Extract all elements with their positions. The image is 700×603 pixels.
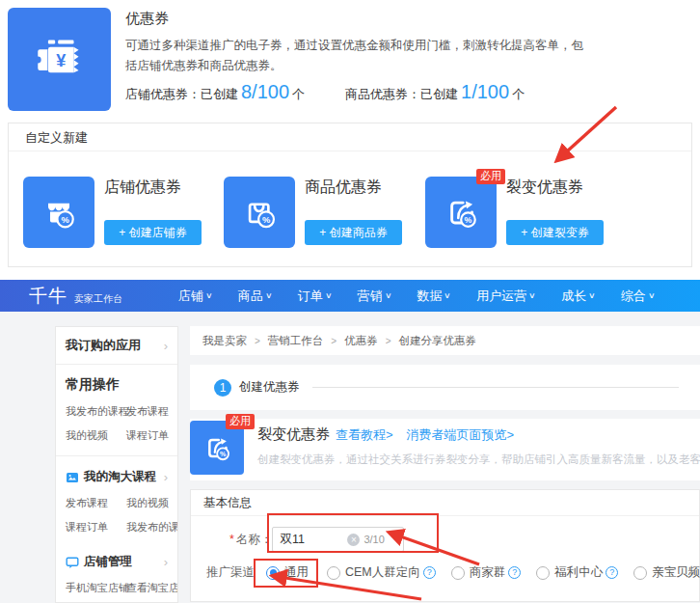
create-goods-coupon-button[interactable]: + 创建商品券: [305, 220, 402, 245]
sidebar-link[interactable]: 我发布的课程: [126, 520, 178, 534]
help-icon[interactable]: ?: [508, 566, 521, 579]
sidebar-section-links: 手机淘宝店铺 查看淘宝店铺 图片空间 店铺装修: [66, 581, 168, 603]
step-number: 1: [214, 379, 231, 397]
card-title: 店铺优惠券: [104, 178, 202, 198]
clear-icon[interactable]: ×: [347, 534, 360, 546]
fission-coupon-header: 必用 % 裂变优惠券 查看教程> 消费者端页面预览> 创建裂变优惠券，通过社交关…: [190, 419, 700, 480]
shop-coupon-count: 8/100: [241, 81, 289, 103]
sidebar-item-shop-manage[interactable]: 店铺管理 ›: [66, 554, 168, 570]
required-mark: *: [229, 533, 234, 546]
nav-item-growth[interactable]: 成长∨: [561, 288, 595, 305]
nav-menu: 店铺∨ 商品∨ 订单∨ 营销∨ 数据∨ 用户运营∨ 成长∨ 综合∨: [178, 288, 655, 305]
nav-item-data[interactable]: 数据∨: [417, 288, 450, 305]
radio-merchant-group[interactable]: 商家群 ?: [451, 564, 522, 581]
radio-selected-icon[interactable]: [266, 566, 280, 580]
radio-general[interactable]: 通用: [266, 564, 311, 581]
sidebar-item-my-apps[interactable]: 我订购的应用 ›: [56, 327, 177, 365]
sidebar-link[interactable]: 我的视频: [126, 496, 178, 510]
create-shop-coupon-button[interactable]: + 创建店铺券: [104, 220, 202, 245]
card-title: 商品优惠券: [305, 178, 402, 198]
required-badge: 必用: [476, 169, 505, 184]
goods-coupon-count: 1/100: [461, 81, 509, 103]
shop-coupon-card: % 店铺优惠券 + 创建店铺券: [23, 177, 202, 248]
sidebar-link[interactable]: 我的视频: [66, 428, 121, 443]
page-title: 优惠券: [125, 10, 169, 28]
shop-coupon-icon: %: [23, 177, 94, 248]
sidebar-item-taoda-courses[interactable]: 我的淘大课程 ›: [66, 469, 168, 485]
char-counter: 3/10: [363, 534, 384, 545]
required-badge: 必用: [226, 414, 255, 429]
nav-item-goods[interactable]: 商品∨: [238, 288, 272, 305]
sidebar-quick-title: 常用操作: [66, 376, 168, 394]
create-fission-coupon-button[interactable]: + 创建裂变券: [506, 220, 604, 245]
radio-qinbaobei-channel[interactable]: 亲宝贝频道 ?: [633, 564, 700, 581]
svg-text:%: %: [220, 450, 227, 458]
step-label: 创建优惠券: [239, 379, 300, 396]
nav-item-misc[interactable]: 综合∨: [621, 288, 655, 305]
main-content: 我是卖家 > 营销工作台 > 优惠券 > 创建分享优惠券 1 创建优惠券 必用 …: [190, 326, 700, 602]
svg-text:%: %: [61, 215, 69, 225]
sidebar-link[interactable]: 我发布的课程: [66, 404, 121, 419]
fission-coupon-icon: 必用 %: [190, 421, 244, 475]
sidebar: 我订购的应用 › 常用操作 我发布的课程 发布课程 我的视频 课程订单 我的淘大…: [55, 326, 178, 603]
channel-options: 通用 CEM人群定向 ? 商家群 ? 福利中心: [266, 564, 700, 581]
divider: [56, 455, 177, 456]
section-title: 基本信息: [191, 490, 699, 516]
workspace: 我订购的应用 › 常用操作 我发布的课程 发布课程 我的视频 课程订单 我的淘大…: [0, 312, 700, 603]
panel-title: 自定义新建: [9, 123, 691, 151]
chevron-down-icon: ∨: [444, 291, 452, 300]
breadcrumb-separator: >: [331, 336, 337, 346]
card-title: 裂变优惠券: [506, 178, 604, 198]
tutorial-link[interactable]: 查看教程>: [336, 426, 393, 444]
step-indicator: 1 创建优惠券: [190, 365, 700, 410]
sidebar-link[interactable]: 发布课程: [126, 404, 169, 419]
fission-title: 裂变优惠券: [257, 425, 330, 444]
chevron-right-icon: ›: [164, 339, 168, 353]
chevron-right-icon: ›: [164, 555, 168, 569]
qianniu-navbar: 千牛 卖家工作台 店铺∨ 商品∨ 订单∨ 营销∨ 数据∨ 用户运营∨ 成长∨ 综…: [0, 280, 700, 312]
chevron-down-icon: ∨: [385, 291, 392, 300]
coupon-ticket-icon: ¥: [8, 8, 111, 111]
chevron-down-icon: ∨: [528, 291, 536, 300]
coupon-hero-section: ¥ 优惠券 可通过多种渠道推广的电子券，通过设置优惠金额和使用门槛，刺激转化提高…: [0, 0, 700, 114]
breadcrumb-item[interactable]: 创建分享优惠券: [399, 334, 477, 348]
help-icon[interactable]: ?: [423, 566, 436, 579]
sidebar-link[interactable]: 手机淘宝店铺: [66, 581, 121, 595]
breadcrumb-item[interactable]: 我是卖家: [202, 334, 247, 348]
sidebar-link[interactable]: 课程订单: [126, 428, 169, 443]
sidebar-link[interactable]: 查看淘宝店铺: [126, 581, 178, 595]
shop-manage-icon: [66, 556, 79, 569]
radio-icon[interactable]: [633, 566, 647, 580]
sidebar-section-links: 发布课程 我的视频 课程订单 我发布的课程: [66, 496, 168, 534]
chevron-down-icon: ∨: [265, 291, 273, 300]
qianniu-logo[interactable]: 千牛 卖家工作台: [29, 284, 122, 309]
sidebar-link[interactable]: 发布课程: [66, 496, 121, 510]
name-input-wrap: × 3/10: [272, 527, 404, 552]
svg-text:¥: ¥: [56, 50, 66, 69]
channel-field-row: 推广渠道 通用 CEM人群定向 ? 商家群 ?: [191, 564, 699, 581]
chevron-right-icon: ›: [164, 470, 168, 484]
breadcrumb-item[interactable]: 优惠券: [344, 334, 378, 348]
name-field-row: * 名称： × 3/10: [191, 527, 699, 552]
goods-coupon-icon: %: [224, 177, 295, 248]
nav-item-orders[interactable]: 订单∨: [298, 288, 332, 305]
radio-icon[interactable]: [327, 566, 340, 580]
breadcrumb: 我是卖家 > 营销工作台 > 优惠券 > 创建分享优惠券: [190, 326, 700, 355]
divider: [312, 387, 680, 388]
nav-item-user-ops[interactable]: 用户运营∨: [476, 288, 535, 305]
help-icon[interactable]: ?: [606, 566, 618, 579]
breadcrumb-item[interactable]: 营销工作台: [268, 334, 324, 348]
radio-icon[interactable]: [451, 566, 465, 580]
name-label: 名称：: [236, 532, 273, 548]
radio-cem-targeting[interactable]: CEM人群定向 ?: [327, 564, 436, 581]
name-input[interactable]: [280, 533, 347, 546]
nav-item-marketing[interactable]: 营销∨: [358, 288, 391, 305]
sidebar-link[interactable]: 课程订单: [66, 520, 121, 534]
chevron-down-icon: ∨: [588, 291, 596, 300]
svg-text:%: %: [262, 215, 271, 225]
consumer-preview-link[interactable]: 消费者端页面预览>: [407, 426, 515, 444]
goods-coupon-card: % 商品优惠券 + 创建商品券: [224, 177, 402, 248]
radio-welfare-center[interactable]: 福利中心 ?: [536, 564, 618, 581]
radio-icon[interactable]: [536, 566, 550, 580]
nav-item-shop[interactable]: 店铺∨: [178, 288, 212, 305]
